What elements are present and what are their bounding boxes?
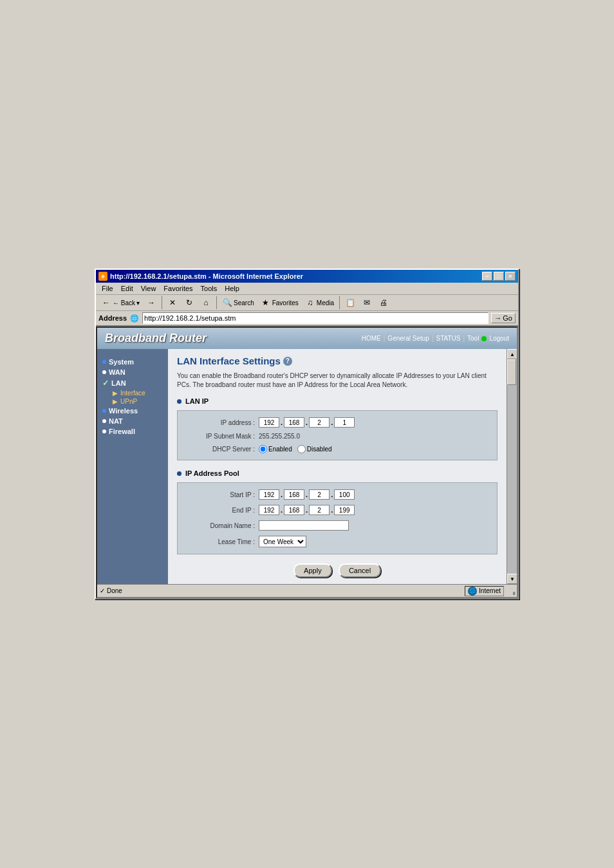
toolbar-separator-1 [162,296,162,309]
page-header: Broadband Router HOME | General Setup | … [97,328,517,349]
scroll-track[interactable] [507,359,517,574]
home-button[interactable]: ⌂ [198,296,214,309]
media-button[interactable]: ♫ Media [302,296,337,309]
resize-handle[interactable]: ▗ [507,587,514,595]
zone-panel: 🌐 Internet [465,586,504,596]
back-icon: ← [101,297,111,308]
domain-name-input[interactable] [259,520,349,531]
apply-button[interactable]: Apply [293,563,332,578]
nav-general-setup[interactable]: General Setup [387,335,429,342]
status-text: ✓ Done [100,587,462,594]
ip-octet-3[interactable] [309,417,330,428]
sidebar-item-wan[interactable]: WAN [102,367,163,377]
refresh-button[interactable]: ↻ [181,296,197,309]
lease-time-row: Lease Time : One Week One Day One Hour F… [184,533,490,550]
scroll-thumb[interactable] [507,359,516,385]
end-ip-octet-3[interactable] [309,505,330,515]
nat-dot [102,419,106,423]
start-ip-control: . . . [259,489,355,500]
sidebar-item-nat[interactable]: NAT [102,416,163,426]
end-ip-octet-2[interactable] [284,505,304,515]
dhcp-disabled-radio[interactable] [297,445,306,453]
print-button[interactable]: 🖨 [376,296,391,309]
scroll-up-button[interactable]: ▲ [507,349,517,359]
help-icon[interactable]: ? [283,357,292,366]
history-button[interactable]: 📋 [342,296,358,309]
menu-tools[interactable]: Tools [198,284,221,293]
vertical-scrollbar[interactable]: ▲ ▼ [507,349,517,584]
end-ip-octet-1[interactable] [259,505,279,515]
nav-tool[interactable]: Tool [467,335,479,342]
sidebar-sub-interface[interactable]: ▶ Interface [113,389,163,397]
nav-logout[interactable]: Logout [489,335,509,342]
title-bar-text: e http://192.168.2.1/setupa.stm - Micros… [98,272,303,281]
menu-bar: File Edit View Favorites Tools Help [96,283,518,295]
ip-octet-4[interactable] [334,417,355,428]
nav-home[interactable]: HOME [362,335,381,342]
address-input[interactable] [142,312,488,324]
favorites-button[interactable]: ★ Favorites [258,296,301,309]
toolbar-separator-2 [216,296,217,309]
menu-edit[interactable]: Edit [118,284,136,293]
sidebar-item-wireless[interactable]: Wireless [102,406,163,416]
lan-ip-section-header: LAN IP [177,397,498,405]
button-row: Apply Cancel [177,563,498,578]
sidebar-sub-lan: ▶ Interface ▶ UPnP [102,389,163,406]
lease-time-label: Lease Time : [184,538,255,545]
mail-icon: ✉ [362,297,372,308]
sidebar-sub-upnp[interactable]: ▶ UPnP [113,397,163,406]
ip-octet-2[interactable] [284,417,304,428]
maximize-button[interactable]: □ [494,272,504,281]
lease-time-select[interactable]: One Week One Day One Hour Forever [259,536,306,547]
status-icon: ✓ [100,587,105,594]
close-button[interactable]: × [505,272,516,281]
stop-button[interactable]: ✕ [165,296,180,309]
dhcp-enabled-radio[interactable] [259,445,267,453]
forward-button[interactable]: → [144,296,159,309]
subnet-mask-row: IP Subnet Mask : 255.255.255.0 [184,430,490,442]
scroll-down-button[interactable]: ▼ [507,574,517,584]
back-button[interactable]: ← ← Back ▾ [98,296,142,309]
address-label: Address [98,314,127,322]
sidebar-item-firewall[interactable]: Firewall [102,426,163,437]
main-layout: System WAN ✓ LAN ▶ Interface [97,349,507,584]
sidebar-item-lan[interactable]: ✓ LAN [102,377,163,389]
status-dot [481,336,487,341]
wan-dot [102,370,106,374]
search-button[interactable]: 🔍 Search [219,296,257,309]
dhcp-enabled-option[interactable]: Enabled [259,445,292,453]
description-text: You can enable the Broadband router's DH… [177,372,498,390]
title-bar: e http://192.168.2.1/setupa.stm - Micros… [96,270,518,283]
start-ip-octet-3[interactable] [309,489,330,500]
menu-help[interactable]: Help [221,284,243,293]
domain-name-row: Domain Name : [184,518,490,533]
toolbar: ← ← Back ▾ → ✕ ↻ ⌂ 🔍 Search ★ Favorites … [96,295,518,311]
brand-title: Broadband Router [105,332,207,345]
start-ip-octet-4[interactable] [334,489,355,500]
wireless-dot [102,409,106,413]
lan-check: ✓ [102,379,109,388]
end-ip-octet-4[interactable] [334,505,355,515]
cancel-button[interactable]: Cancel [339,563,381,578]
content-area: LAN Interface Settings ? You can enable … [168,349,507,584]
start-ip-octet-2[interactable] [284,489,304,500]
sidebar-item-system[interactable]: System [102,357,163,367]
menu-favorites[interactable]: Favorites [160,284,196,293]
menu-view[interactable]: View [138,284,160,293]
page-icon: 🌐 [129,313,140,323]
lan-ip-form: IP address : . . . [177,410,498,460]
print-icon: 🖨 [378,297,389,308]
minimize-button[interactable]: − [482,272,492,281]
mail-button[interactable]: ✉ [359,296,375,309]
upnp-arrow: ▶ [113,398,118,405]
ip-octet-1[interactable] [259,417,279,428]
go-button[interactable]: → Go [491,313,516,323]
lan-ip-bullet [177,399,181,404]
start-ip-row: Start IP : . . . [184,487,490,502]
nav-status[interactable]: STATUS [436,335,460,342]
start-ip-octet-1[interactable] [259,489,279,500]
page-area: Broadband Router HOME | General Setup | … [96,326,518,598]
menu-file[interactable]: File [98,284,116,293]
dhcp-disabled-option[interactable]: Disabled [297,445,332,453]
dhcp-server-control: Enabled Disabled [259,445,332,453]
